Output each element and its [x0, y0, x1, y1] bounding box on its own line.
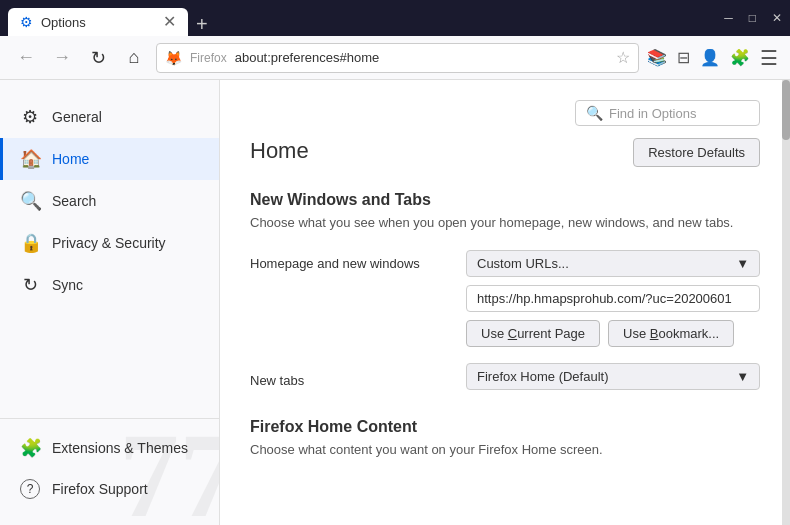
- homepage-url-input[interactable]: [466, 285, 760, 312]
- extensions-icon[interactable]: 🧩: [730, 48, 750, 67]
- firefox-home-content-desc: Choose what content you want on your Fir…: [250, 442, 760, 457]
- firefox-home-content-section: Firefox Home Content Choose what content…: [250, 418, 760, 457]
- find-in-options-bar[interactable]: 🔍 Find in Options: [575, 100, 760, 126]
- new-tabs-dropdown-arrow: ▼: [736, 369, 749, 384]
- new-tab-button[interactable]: +: [188, 13, 216, 36]
- content-header: Home Restore Defaults: [250, 138, 760, 167]
- library-icon[interactable]: 📚: [647, 48, 667, 67]
- window-controls: ─ □ ✕: [724, 11, 782, 25]
- forward-button[interactable]: →: [48, 44, 76, 72]
- sidebar-item-support-label: Firefox Support: [52, 481, 148, 497]
- minimize-button[interactable]: ─: [724, 11, 733, 25]
- use-bookmark-label: Use Bookmark...: [623, 326, 719, 341]
- homepage-control: Custom URLs... ▼ Use Current Page Use Bo…: [466, 250, 760, 347]
- favicon-icon: 🦊: [165, 50, 182, 66]
- tab-title: Options: [41, 15, 86, 30]
- sync-icon: ↻: [20, 274, 40, 296]
- homepage-setting-row: Homepage and new windows Custom URLs... …: [250, 250, 760, 347]
- sidebar-item-sync[interactable]: ↻ Sync: [0, 264, 219, 306]
- refresh-button[interactable]: ↻: [84, 44, 112, 72]
- new-tabs-row: New tabs Firefox Home (Default) ▼: [250, 363, 760, 398]
- page-title: Home: [250, 138, 309, 164]
- new-tabs-dropdown[interactable]: Firefox Home (Default) ▼: [466, 363, 760, 390]
- maximize-button[interactable]: □: [749, 11, 756, 25]
- sidebar-item-support[interactable]: ? Firefox Support: [0, 469, 219, 509]
- sync-tabs-icon[interactable]: ⊟: [677, 48, 690, 67]
- new-tabs-dropdown-value: Firefox Home (Default): [477, 369, 608, 384]
- active-tab[interactable]: ⚙ Options ✕: [8, 8, 188, 36]
- sidebar-item-home[interactable]: 🏠 Home: [0, 138, 219, 180]
- home-button[interactable]: ⌂: [120, 44, 148, 72]
- main-layout: 77 ⚙ General 🏠 Home 🔍 Search 🔒 Privacy: [0, 80, 790, 525]
- search-nav-icon: 🔍: [20, 190, 40, 212]
- homepage-dropdown[interactable]: Custom URLs... ▼: [466, 250, 760, 277]
- tab-area: ⚙ Options ✕ +: [8, 0, 724, 36]
- general-icon: ⚙: [20, 106, 40, 128]
- sidebar-item-home-label: Home: [52, 151, 89, 167]
- homepage-button-row: Use Current Page Use Bookmark...: [466, 320, 760, 347]
- home-icon: 🏠: [20, 148, 40, 170]
- new-windows-tabs-desc: Choose what you see when you open your h…: [250, 215, 760, 230]
- find-icon: 🔍: [586, 105, 603, 121]
- tab-close-button[interactable]: ✕: [163, 14, 176, 30]
- find-in-options-placeholder: Find in Options: [609, 106, 696, 121]
- browser-label: Firefox: [190, 51, 227, 65]
- lock-icon: 🔒: [20, 232, 40, 254]
- scrollbar[interactable]: [782, 80, 790, 525]
- sidebar-item-privacy-label: Privacy & Security: [52, 235, 166, 251]
- sidebar-item-extensions[interactable]: 🧩 Extensions & Themes: [0, 427, 219, 469]
- firefox-home-content-title: Firefox Home Content: [250, 418, 760, 436]
- scrollbar-thumb[interactable]: [782, 80, 790, 140]
- sidebar-item-general[interactable]: ⚙ General: [0, 96, 219, 138]
- sidebar-item-general-label: General: [52, 109, 102, 125]
- content-area: 🔍 Find in Options Home Restore Defaults …: [220, 80, 790, 525]
- sidebar-item-search[interactable]: 🔍 Search: [0, 180, 219, 222]
- sidebar-item-privacy[interactable]: 🔒 Privacy & Security: [0, 222, 219, 264]
- sidebar-wrapper: ⚙ General 🏠 Home 🔍 Search 🔒 Privacy & Se…: [0, 96, 219, 509]
- new-tabs-label: New tabs: [250, 373, 450, 388]
- url-bar[interactable]: 🦊 Firefox about:preferences#home ☆: [156, 43, 639, 73]
- sidebar-main-items: ⚙ General 🏠 Home 🔍 Search 🔒 Privacy & Se…: [0, 96, 219, 418]
- sidebar-item-search-label: Search: [52, 193, 96, 209]
- window-close-button[interactable]: ✕: [772, 11, 782, 25]
- sidebar: 77 ⚙ General 🏠 Home 🔍 Search 🔒 Privacy: [0, 80, 220, 525]
- toolbar: ← → ↻ ⌂ 🦊 Firefox about:preferences#home…: [0, 36, 790, 80]
- new-windows-tabs-section: New Windows and Tabs Choose what you see…: [250, 191, 760, 230]
- new-tabs-control: Firefox Home (Default) ▼: [466, 363, 760, 398]
- homepage-dropdown-value: Custom URLs...: [477, 256, 569, 271]
- sidebar-item-sync-label: Sync: [52, 277, 83, 293]
- homepage-label: Homepage and new windows: [250, 250, 450, 271]
- extensions-nav-icon: 🧩: [20, 437, 40, 459]
- restore-defaults-button[interactable]: Restore Defaults: [633, 138, 760, 167]
- homepage-dropdown-arrow: ▼: [736, 256, 749, 271]
- bookmark-star-icon[interactable]: ☆: [616, 48, 630, 67]
- sidebar-bottom: 🧩 Extensions & Themes ? Firefox Support: [0, 418, 219, 509]
- toolbar-icons: 📚 ⊟ 👤 🧩 ☰: [647, 46, 778, 70]
- use-bookmark-button[interactable]: Use Bookmark...: [608, 320, 734, 347]
- back-button[interactable]: ←: [12, 44, 40, 72]
- titlebar: ⚙ Options ✕ + ─ □ ✕: [0, 0, 790, 36]
- support-icon: ?: [20, 479, 40, 499]
- tab-icon: ⚙: [20, 14, 33, 30]
- account-icon[interactable]: 👤: [700, 48, 720, 67]
- url-address: about:preferences#home: [235, 50, 608, 65]
- new-windows-tabs-title: New Windows and Tabs: [250, 191, 760, 209]
- use-current-page-button[interactable]: Use Current Page: [466, 320, 600, 347]
- sidebar-item-extensions-label: Extensions & Themes: [52, 440, 188, 456]
- menu-icon[interactable]: ☰: [760, 46, 778, 70]
